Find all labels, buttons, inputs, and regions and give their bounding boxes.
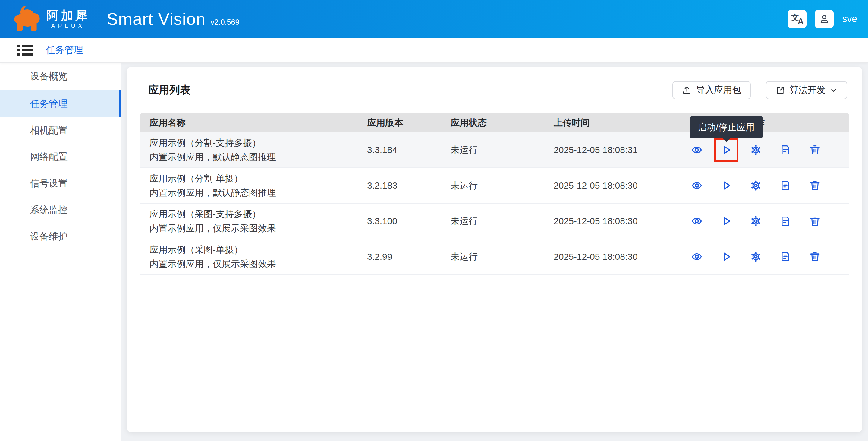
configure-button[interactable] (750, 251, 762, 262)
view-icon (691, 144, 703, 156)
sidebar-item-system-monitor[interactable]: 系统监控 (0, 197, 121, 223)
configure-button[interactable] (750, 144, 762, 156)
sidebar-item-device-overview[interactable]: 设备概览 (0, 63, 121, 90)
upload-time-cell: 2025-12-05 18:08:30 (544, 252, 672, 262)
configure-icon (750, 144, 762, 156)
log-icon (780, 251, 791, 262)
list-menu-icon (18, 44, 33, 56)
rhino-logo-icon (11, 4, 42, 33)
sidebar-item-camera-config[interactable]: 相机配置 (0, 117, 121, 144)
delete-button[interactable] (809, 144, 821, 156)
dev-button-label: 算法开发 (789, 84, 826, 96)
configure-button[interactable] (750, 215, 762, 227)
view-icon (691, 180, 703, 191)
sidebar-item-task-management[interactable]: 任务管理 (0, 90, 121, 117)
language-switch-button[interactable]: 文A (788, 10, 807, 28)
brand-logo: 阿加犀 APLUX (11, 4, 90, 33)
app-version-cell: 3.2.183 (357, 180, 441, 190)
actions-cell: 启动/停止应用 (672, 144, 839, 156)
translate-icon: 文A (791, 13, 803, 25)
app-description: 内置示例应用，仅展示采图效果 (150, 221, 357, 235)
start-stop-button[interactable] (721, 251, 732, 262)
table-row: 应用示例（采图-支持多摄）内置示例应用，仅展示采图效果3.3.100未运行202… (140, 204, 849, 239)
view-button[interactable] (691, 215, 703, 227)
upload-time-cell: 2025-12-05 18:08:30 (544, 216, 672, 226)
configure-icon (750, 180, 762, 191)
import-button-label: 导入应用包 (696, 84, 741, 96)
upload-icon (682, 85, 692, 95)
log-icon (780, 215, 791, 227)
brand-name-en: APLUX (46, 22, 90, 30)
app-name: 应用示例（分割-单摄） (150, 171, 357, 185)
log-icon (780, 144, 791, 156)
app-table: 应用名称应用版本应用状态上传时间操作 应用示例（分割-支持多摄）内置示例应用，默… (140, 113, 849, 275)
delete-button[interactable] (809, 180, 821, 191)
sidebar-item-signal-settings[interactable]: 信号设置 (0, 170, 121, 197)
log-icon (780, 180, 791, 191)
app-status-cell: 未运行 (441, 179, 544, 192)
action-buttons: 启动/停止应用 (691, 144, 821, 156)
app-header: 阿加犀 APLUX Smart Vision v2.0.569 文A sve (0, 0, 868, 38)
start-stop-button[interactable]: 启动/停止应用 (721, 144, 732, 156)
card-title: 应用列表 (148, 83, 673, 97)
column-header-2: 应用版本 (357, 117, 441, 129)
start-stop-icon (721, 251, 732, 262)
brand-name-cn: 阿加犀 (46, 8, 90, 22)
column-header-4: 上传时间 (544, 117, 672, 129)
app-name-cell: 应用示例（采图-单摄）内置示例应用，仅展示采图效果 (140, 242, 357, 271)
delete-button[interactable] (809, 251, 821, 262)
configure-icon (750, 215, 762, 227)
user-account-button[interactable] (815, 10, 834, 28)
actions-cell (672, 180, 839, 191)
app-description: 内置示例应用，默认静态图推理 (150, 185, 357, 200)
upload-time-cell: 2025-12-05 18:08:31 (544, 145, 672, 155)
log-button[interactable] (780, 180, 791, 191)
app-version-cell: 3.3.184 (357, 145, 441, 155)
sidebar-item-label: 设备概览 (30, 70, 67, 83)
user-icon (819, 13, 830, 24)
configure-button[interactable] (750, 180, 762, 191)
action-buttons (691, 215, 821, 227)
sidebar-item-label: 网络配置 (30, 150, 67, 163)
delete-icon (809, 251, 821, 262)
upload-time-cell: 2025-12-05 18:08:30 (544, 180, 672, 190)
view-button[interactable] (691, 180, 703, 191)
sidebar-item-device-maintenance[interactable]: 设备维护 (0, 223, 121, 250)
log-button[interactable] (780, 251, 791, 262)
sidebar-item-network-config[interactable]: 网络配置 (0, 144, 121, 170)
view-button[interactable] (691, 144, 703, 156)
delete-icon (809, 180, 821, 191)
table-row: 应用示例（分割-支持多摄）内置示例应用，默认静态图推理3.3.184未运行202… (140, 133, 849, 168)
column-header-1: 应用名称 (140, 117, 357, 129)
table-body: 应用示例（分割-支持多摄）内置示例应用，默认静态图推理3.3.184未运行202… (140, 133, 849, 275)
app-status-cell: 未运行 (441, 215, 544, 228)
import-app-package-button[interactable]: 导入应用包 (673, 81, 751, 99)
column-header-3: 应用状态 (441, 117, 544, 129)
sidebar-item-label: 设备维护 (30, 230, 67, 243)
start-stop-icon (721, 215, 732, 227)
view-button[interactable] (691, 251, 703, 262)
start-stop-button[interactable] (721, 215, 732, 227)
app-name-cell: 应用示例（采图-支持多摄）内置示例应用，仅展示采图效果 (140, 207, 357, 235)
algorithm-dev-button[interactable]: 算法开发 (766, 81, 847, 99)
collapse-menu-button[interactable] (18, 44, 33, 56)
sidebar-item-label: 系统监控 (30, 204, 67, 216)
start-stop-icon (721, 180, 732, 191)
table-row: 应用示例（分割-单摄）内置示例应用，默认静态图推理3.2.183未运行2025-… (140, 168, 849, 204)
page-title: Smart Vision (107, 9, 206, 29)
action-buttons (691, 251, 821, 262)
sidebar-menu: 设备概览任务管理相机配置网络配置信号设置系统监控设备维护 (0, 63, 121, 441)
app-version-cell: 3.3.100 (357, 216, 441, 226)
external-link-icon (775, 85, 785, 95)
sidebar-item-label: 任务管理 (30, 97, 67, 110)
log-button[interactable] (780, 215, 791, 227)
app-name: 应用示例（采图-单摄） (150, 242, 357, 257)
app-name-cell: 应用示例（分割-支持多摄）内置示例应用，默认静态图推理 (140, 136, 357, 164)
app-status-cell: 未运行 (441, 144, 544, 156)
start-stop-tooltip: 启动/停止应用 (689, 116, 763, 139)
log-button[interactable] (780, 144, 791, 156)
configure-icon (750, 251, 762, 262)
delete-button[interactable] (809, 215, 821, 227)
start-stop-button[interactable] (721, 180, 732, 191)
app-name: 应用示例（采图-支持多摄） (150, 207, 357, 221)
